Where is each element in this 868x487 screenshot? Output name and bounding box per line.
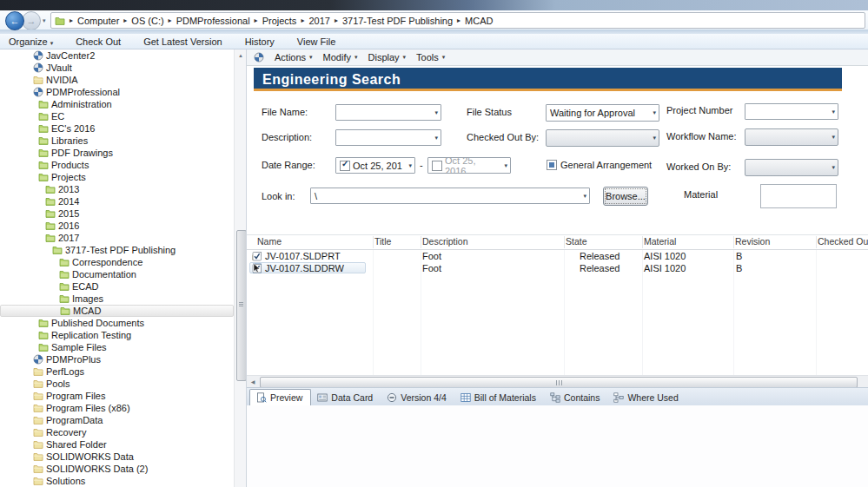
tree-item-label: 2015	[58, 207, 79, 220]
column-header-name[interactable]: Name	[257, 236, 282, 247]
general-arrangement-checkbox[interactable]	[547, 160, 557, 170]
chevron-down-icon: ▾	[354, 54, 358, 61]
browse-button[interactable]: Browse...	[603, 187, 648, 206]
tree-item-pdmproplus[interactable]: PDMProPlus	[0, 353, 234, 365]
results-grid-body[interactable]: JV-0107.SLDPRTFootReleasedAISI 1020BJV-0…	[247, 250, 868, 376]
preview-tab-bar: PreviewData CardVersion 4/4Bill of Mater…	[247, 387, 868, 405]
tree-item-correspondence[interactable]: Correspondence	[0, 256, 234, 268]
tree-item-3717-test-pdf-publishing[interactable]: 3717-Test PDF Publishing	[0, 244, 234, 256]
tree-item-2015[interactable]: 2015	[0, 207, 234, 220]
result-row[interactable]: JV-0107.SLDDRWFootReleasedAISI 1020B	[247, 262, 868, 274]
tree-item-program-files-x86-[interactable]: Program Files (x86)	[0, 402, 234, 414]
back-button[interactable]: ←	[5, 11, 24, 30]
tree-item-label: NVIDIA	[46, 74, 78, 86]
tree-item-pdmprofessional[interactable]: PDMProfessional	[0, 86, 234, 98]
tree-item-products[interactable]: Products	[0, 159, 234, 171]
folder-yellow-icon	[33, 464, 43, 474]
breadcrumb-item[interactable]: 2017	[308, 16, 329, 26]
scrollbar-up-arrow-icon[interactable]: ▲	[235, 49, 247, 61]
tree-scrollbar[interactable]: ▲	[234, 49, 247, 487]
tree-item-pdf-drawings[interactable]: PDF Drawings	[0, 147, 234, 159]
date-to-checkbox[interactable]	[432, 161, 442, 171]
results-horizontal-scrollbar[interactable]: ◀	[247, 375, 868, 387]
tree-item-libraries[interactable]: Libraries	[0, 135, 234, 147]
history-dropdown-icon[interactable]: ▾	[43, 17, 46, 24]
tree-item-solidworks-data-2-[interactable]: SOLIDWORKS Data (2)	[0, 463, 234, 475]
column-header-revision[interactable]: Revision	[735, 236, 770, 247]
tree-item-nvidia[interactable]: NVIDIA	[0, 74, 234, 86]
tree-item-documentation[interactable]: Documentation	[0, 268, 234, 280]
date-to-picker[interactable]: Oct 25, 2016▾	[427, 157, 511, 174]
toolbar-button-check-out[interactable]: Check Out	[76, 36, 121, 47]
column-header-title[interactable]: Title	[374, 236, 391, 247]
workflow-name-dropdown[interactable]: ▾	[745, 128, 838, 146]
result-row[interactable]: JV-0107.SLDPRTFootReleasedAISI 1020B	[247, 250, 868, 262]
tree-item-label: Documentation	[72, 268, 136, 280]
breadcrumb-item[interactable]: OS (C:)	[131, 16, 163, 26]
material-input[interactable]	[760, 184, 837, 208]
checked-out-by-dropdown[interactable]: ▾	[546, 129, 659, 147]
folder-green-icon	[59, 269, 70, 280]
toolbar-button-view-file[interactable]: View File	[297, 36, 335, 47]
tree-item-shared-folder[interactable]: Shared Folder	[0, 438, 234, 451]
tree-item-published-documents[interactable]: Published Documents	[0, 317, 234, 329]
column-header-description[interactable]: Description	[422, 236, 468, 247]
address-bar[interactable]: ▸Computer▸OS (C:)▸PDMProfessional▸Projec…	[50, 12, 865, 29]
breadcrumb-item[interactable]: 3717-Test PDF Publishing	[342, 16, 453, 26]
tree-item-ec-s-2016[interactable]: EC's 2016	[0, 122, 234, 135]
tree-item-javcenter2[interactable]: JavCenter2	[0, 49, 234, 62]
toolbar-button-get-latest-version[interactable]: Get Latest Version	[143, 36, 222, 47]
look-in-combobox[interactable]: \▾	[310, 188, 590, 204]
tree-item-solutions[interactable]: Solutions	[0, 475, 234, 487]
tree-item-replication-testing[interactable]: Replication Testing	[0, 329, 234, 341]
description-combobox[interactable]: ▾	[335, 129, 441, 146]
tree-item-images[interactable]: Images	[0, 293, 234, 305]
tree-item-jvault[interactable]: JVault	[0, 62, 234, 74]
tree-item-solidworks-data[interactable]: SOLIDWORKS Data	[0, 451, 234, 463]
tree-item-program-files[interactable]: Program Files	[0, 390, 234, 402]
tree-item-ecad[interactable]: ECAD	[0, 280, 234, 293]
breadcrumb-item[interactable]: MCAD	[465, 16, 493, 26]
tree-item-2013[interactable]: 2013	[0, 183, 234, 195]
menu-modify[interactable]: Modify▾	[323, 52, 358, 63]
menu-tools[interactable]: Tools▾	[416, 52, 445, 63]
tree-item-administration[interactable]: Administration	[0, 98, 234, 110]
menu-actions[interactable]: Actions▾	[275, 52, 313, 63]
tree-item-2014[interactable]: 2014	[0, 195, 234, 207]
breadcrumb-item[interactable]: Projects	[262, 16, 297, 26]
tree-item-perflogs[interactable]: PerfLogs	[0, 365, 234, 378]
tab-data-card[interactable]: Data Card	[311, 390, 381, 405]
tree-item-projects[interactable]: Projects	[0, 171, 234, 183]
tree-item-sample-files[interactable]: Sample Files	[0, 341, 234, 353]
tree-item-2017[interactable]: 2017	[0, 232, 234, 244]
tree-item-pools[interactable]: Pools	[0, 378, 234, 390]
toolbar-button-history[interactable]: History	[245, 36, 275, 47]
tree-item-ec[interactable]: EC	[0, 110, 234, 122]
breadcrumb-item[interactable]: PDMProfessional	[176, 16, 250, 26]
column-header-checked-out-by[interactable]: Checked Out By	[818, 236, 868, 247]
toolbar-button-organize[interactable]: Organize▾	[9, 36, 53, 47]
tab-version-4-4[interactable]: Version 4/4	[381, 390, 454, 405]
tab-bill-of-materials[interactable]: Bill of Materials	[454, 390, 544, 405]
tab-preview[interactable]: Preview	[249, 389, 311, 405]
date-from-picker[interactable]: Oct 25, 201▾	[335, 157, 415, 174]
worked-on-by-dropdown[interactable]: ▾	[745, 159, 838, 176]
tab-where-used[interactable]: Where Used	[607, 390, 686, 405]
tab-label: Data Card	[331, 392, 373, 403]
file-name-combobox[interactable]: ▾	[335, 104, 441, 121]
tree-item-2016[interactable]: 2016	[0, 220, 234, 232]
scrollbar-left-arrow-icon[interactable]: ◀	[247, 376, 259, 387]
date-from-checkbox[interactable]	[340, 161, 350, 171]
file-status-dropdown[interactable]: Waiting for Approval▾	[546, 104, 659, 122]
forward-button[interactable]: →	[22, 11, 41, 30]
menu-display[interactable]: Display▾	[368, 52, 407, 63]
tab-contains[interactable]: Contains	[544, 390, 607, 405]
tree-item-recovery[interactable]: Recovery	[0, 426, 234, 438]
breadcrumb-item[interactable]: Computer	[77, 16, 119, 26]
tree-item-mcad[interactable]: MCAD	[0, 305, 234, 317]
column-header-state[interactable]: State	[566, 236, 587, 247]
tree-item-programdata[interactable]: ProgramData	[0, 414, 234, 426]
column-header-material[interactable]: Material	[644, 236, 676, 247]
tab-label: Preview	[270, 392, 302, 403]
project-number-combobox[interactable]: ▾	[745, 103, 838, 120]
